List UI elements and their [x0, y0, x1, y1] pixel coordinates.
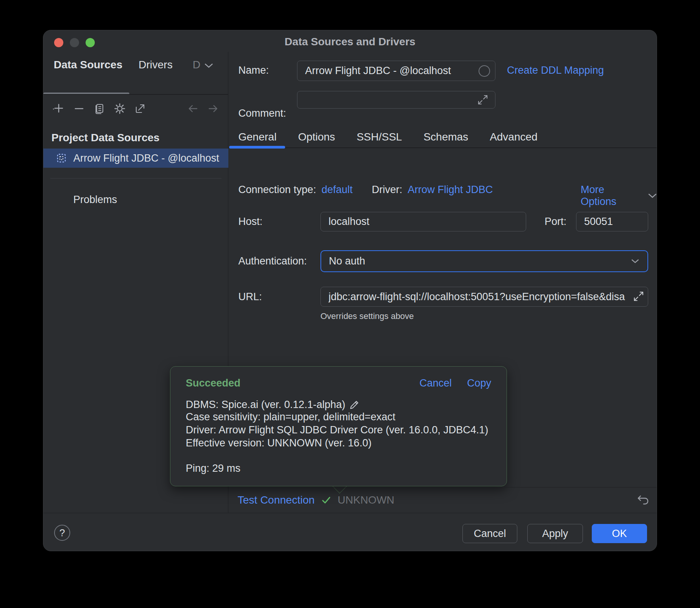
- connection-type-row: Connection type: default Driver: Arrow F…: [238, 184, 493, 196]
- port-input[interactable]: [576, 212, 648, 231]
- popup-cancel-link[interactable]: Cancel: [419, 377, 452, 389]
- edit-dbms-pencil-icon[interactable]: [349, 399, 360, 410]
- test-connection-popup: Succeeded Cancel Copy DBMS: Spice.ai (ve…: [170, 366, 507, 486]
- popup-dbms-line: DBMS: Spice.ai (ver. 0.12.1-alpha): [186, 398, 491, 411]
- dialog-window: Data Sources and Drivers Data Sources Dr…: [43, 30, 657, 551]
- test-connection-row: Test Connection UNKNOWN: [238, 494, 395, 506]
- driver-value-link[interactable]: Arrow Flight JDBC: [408, 184, 493, 196]
- host-input[interactable]: [320, 212, 526, 231]
- tab-advanced[interactable]: Advanced: [490, 131, 538, 143]
- tabs-divider: [228, 147, 657, 148]
- duplicate-icon[interactable]: [92, 101, 107, 116]
- authentication-label: Authentication:: [238, 255, 307, 267]
- sidebar-tab-data-sources[interactable]: Data Sources: [54, 59, 122, 71]
- name-input[interactable]: [297, 61, 495, 81]
- active-tab-underline: [229, 146, 285, 149]
- expand-comment-icon[interactable]: [477, 94, 489, 106]
- sidebar-tab-ddl[interactable]: D: [193, 59, 200, 71]
- help-button[interactable]: ?: [54, 525, 70, 541]
- port-label: Port:: [545, 216, 566, 228]
- open-in-new-icon[interactable]: [132, 101, 148, 116]
- project-data-sources-header: Project Data Sources: [51, 132, 160, 144]
- url-hint: Overrides settings above: [320, 311, 414, 321]
- forward-arrow-icon[interactable]: [205, 101, 221, 116]
- sidebar-tabs-chevron-down-icon[interactable]: [204, 63, 214, 69]
- popup-driver-line: Driver: Arrow Flight SQL JDBC Driver Cor…: [186, 424, 491, 437]
- data-source-tree-item-selected[interactable]: Arrow Flight JDBC - @localhost: [43, 149, 228, 168]
- tab-options[interactable]: Options: [298, 131, 335, 143]
- popup-actions: Cancel Copy: [419, 377, 491, 389]
- popup-version-line: Effective version: UNKNOWN (ver. 16.0): [186, 437, 491, 450]
- more-options-chevron-down-icon: [647, 193, 657, 199]
- remove-data-source-icon[interactable]: [71, 101, 87, 116]
- tab-schemas[interactable]: Schemas: [423, 131, 468, 143]
- popup-case-line: Case sensitivity: plain=upper, delimited…: [186, 411, 491, 424]
- test-row-divider: [228, 487, 657, 487]
- popup-copy-link[interactable]: Copy: [467, 377, 491, 389]
- test-connection-link[interactable]: Test Connection: [238, 494, 315, 506]
- name-label: Name:: [238, 64, 269, 76]
- expand-url-icon[interactable]: [633, 291, 644, 302]
- apply-button[interactable]: Apply: [527, 524, 583, 543]
- url-input[interactable]: [320, 287, 648, 307]
- comment-input[interactable]: [297, 91, 495, 109]
- sidebar-toolbar: [51, 101, 148, 116]
- authentication-value: No auth: [329, 255, 365, 267]
- data-source-icon: [56, 153, 66, 163]
- data-source-item-label: Arrow Flight JDBC - @localhost: [73, 152, 219, 164]
- problems-tree-item[interactable]: Problems: [73, 194, 117, 206]
- tab-general[interactable]: General: [238, 131, 277, 143]
- window-title: Data Sources and Drivers: [43, 36, 657, 48]
- settings-tabs: General Options SSH/SSL Schemas Advanced: [238, 131, 538, 143]
- tab-ssh-ssl[interactable]: SSH/SSL: [357, 131, 402, 143]
- connection-type-value-link[interactable]: default: [322, 184, 353, 196]
- connection-type-label: Connection type:: [238, 184, 316, 196]
- popup-dbms-text: DBMS: Spice.ai (ver. 0.12.1-alpha): [186, 399, 345, 411]
- ok-button[interactable]: OK: [592, 524, 647, 543]
- sidebar-nav-arrows: [185, 101, 221, 116]
- tree-divider: [50, 178, 221, 178]
- back-arrow-icon[interactable]: [185, 101, 201, 116]
- authentication-select[interactable]: No auth: [320, 250, 648, 272]
- driver-label: Driver:: [372, 184, 403, 196]
- more-options[interactable]: More Options: [581, 184, 657, 208]
- sidebar-tab-drivers[interactable]: Drivers: [139, 59, 173, 71]
- sidebar-tabs-divider: [43, 94, 228, 95]
- comment-label: Comment:: [238, 107, 286, 119]
- host-label: Host:: [238, 216, 262, 228]
- authentication-chevron-down-icon: [631, 258, 640, 264]
- test-status-text: UNKNOWN: [338, 494, 395, 506]
- success-check-icon: [321, 495, 332, 506]
- settings-gear-icon[interactable]: [112, 101, 127, 116]
- url-label: URL:: [238, 291, 262, 303]
- popup-ping-line: Ping: 29 ms: [186, 463, 491, 476]
- dialog-footer: ? Cancel Apply OK: [43, 513, 657, 551]
- name-spinner-icon: [479, 65, 490, 77]
- create-ddl-mapping-link[interactable]: Create DDL Mapping: [507, 64, 604, 76]
- add-data-source-icon[interactable]: [51, 101, 66, 116]
- more-options-link[interactable]: More Options: [581, 184, 643, 208]
- cancel-button[interactable]: Cancel: [462, 524, 517, 543]
- revert-icon[interactable]: [636, 494, 650, 507]
